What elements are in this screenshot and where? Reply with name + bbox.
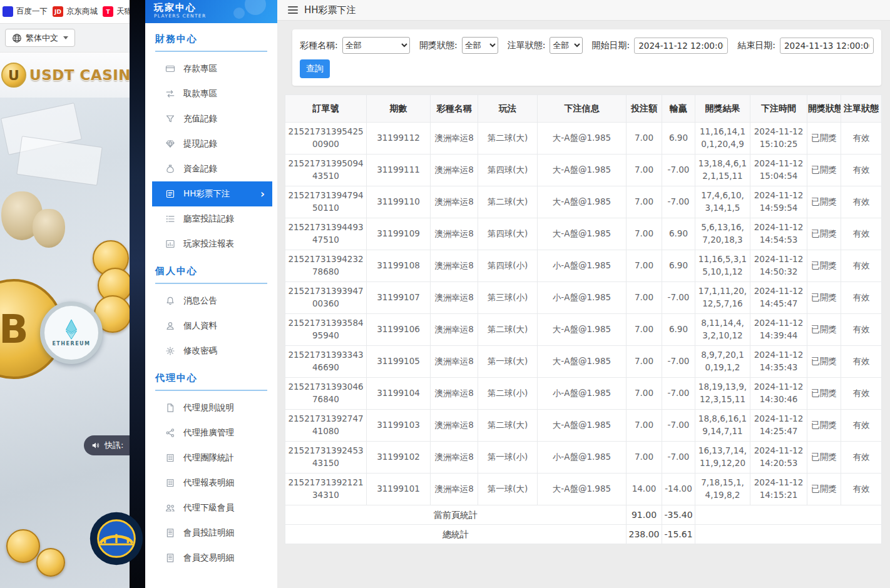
sidebar-item[interactable]: 個人資料 — [145, 313, 277, 338]
summary-row: 當前頁統計91.00-35.40 — [285, 505, 882, 525]
site-logo[interactable]: U USDT CASINO — [0, 53, 130, 98]
sidebar-item[interactable]: 資金記錄 — [145, 156, 277, 181]
chevron-right-icon: › — [260, 189, 265, 200]
cell-3: 第一球(小) — [478, 442, 538, 474]
member-bets-icon — [165, 528, 175, 538]
profile-icon — [165, 321, 175, 331]
cell-0: 2152173139334346690 — [285, 346, 367, 378]
column-header: 期數 — [367, 95, 431, 123]
query-button[interactable]: 查詢 — [300, 59, 330, 78]
cell-9: 已開獎 — [807, 410, 841, 442]
sidebar-item-label: 取款專區 — [183, 88, 217, 99]
sidebar-item[interactable]: 代理推廣管理 — [145, 420, 277, 445]
sidebar-item-label: 代理報表明細 — [183, 477, 234, 489]
draw-status-select[interactable]: 全部 — [462, 37, 498, 54]
sidebar-item[interactable]: 代理報表明細 — [145, 470, 277, 495]
cell-1: 31199103 — [367, 410, 431, 442]
cell-2: 澳洲幸运8 — [431, 186, 478, 218]
cell-2: 澳洲幸运8 — [431, 378, 478, 410]
cell-0: 2152173139304676840 — [285, 378, 367, 410]
sidebar-subtitle: PLAYERS CENTER — [154, 13, 277, 19]
cell-0: 2152173139358495940 — [285, 314, 367, 346]
cell-2: 澳洲幸运8 — [431, 442, 478, 474]
sidebar-item[interactable]: 會員交易明細 — [145, 545, 277, 570]
end-date-input[interactable] — [780, 38, 874, 54]
table-header-row: 訂單號期數彩種名稱玩法下注信息投注額輸贏開獎結果下注時間開獎狀態注單狀態 — [285, 95, 882, 123]
cell-4: 小-A盤@1.985 — [538, 282, 627, 314]
sidebar-section-title: 代理中心 — [155, 372, 267, 391]
screen: B ETHEREUM 快訊: 百度一下JD京东商城T天猫 — [0, 0, 890, 588]
sidebar-item[interactable]: 代理團隊統計 — [145, 445, 277, 470]
baidu-icon — [3, 6, 13, 17]
bookmark-label: 京东商城 — [66, 6, 98, 17]
cell-9: 已開獎 — [807, 155, 841, 186]
column-header: 下注時間 — [750, 95, 807, 123]
bookmark-item[interactable]: 百度一下 — [3, 6, 48, 17]
browser-left-panel: B ETHEREUM 快訊: 百度一下JD京东商城T天猫 — [0, 0, 130, 588]
sidebar-item[interactable]: 修改密碼 — [145, 338, 277, 363]
sidebar-item[interactable]: 取款專區 — [145, 81, 277, 106]
sidebar-item[interactable]: 充值記錄 — [145, 106, 277, 131]
bets-table-card: 訂單號期數彩種名稱玩法下注信息投注額輸贏開獎結果下注時間開獎狀態注單狀態2152… — [285, 94, 881, 544]
column-header: 彩種名稱 — [431, 95, 478, 123]
cell-8: 2024-11-12 14:39:44 — [750, 314, 807, 346]
cell-2: 澳洲幸运8 — [431, 282, 478, 314]
sidebar-item[interactable]: 廳室投註記錄 — [145, 206, 277, 231]
cell-6: 6.90 — [662, 314, 695, 346]
cell-1: 31199107 — [367, 282, 431, 314]
cell-3: 第三球(小) — [478, 282, 538, 314]
filter-panel: 彩種名稱: 全部 開獎狀態: 全部 注單狀態: 全部 開始日期: 結束日期: 查… — [292, 29, 881, 86]
cell-8: 2024-11-12 14:54:53 — [750, 218, 807, 250]
start-date-input[interactable] — [634, 38, 728, 54]
cell-1: 31199111 — [367, 155, 431, 186]
cell-0: 2152173139212134310 — [285, 474, 367, 505]
sidebar-menu: 財務中心存款專區取款專區充值記錄提現記錄資金記錄HH彩票下注›廳室投註記錄玩家投… — [145, 23, 277, 572]
cell-10: 有效 — [841, 346, 882, 378]
gold-coin-art — [6, 529, 40, 563]
cell-2: 澳洲幸运8 — [431, 123, 478, 155]
cell-7: 17,4,6,10,3,14,1,5 — [695, 186, 750, 218]
sidebar-item[interactable]: 代理下級會員 — [145, 495, 277, 520]
sidebar-section-items: 消息公告個人資料修改密碼 — [145, 284, 277, 365]
sidebar-item-label: 廳室投註記錄 — [183, 213, 234, 225]
bookmark-item[interactable]: T天猫 — [103, 6, 130, 17]
withdraw-icon — [165, 89, 175, 99]
money-bag-art — [33, 209, 65, 248]
column-header: 開獎結果 — [695, 95, 750, 123]
cell-8: 2024-11-12 15:10:25 — [750, 123, 807, 155]
sidebar-item-label: 代理規則說明 — [183, 402, 234, 413]
sidebar-item[interactable]: 存款專區 — [145, 56, 277, 81]
sidebar-item[interactable]: 消息公告 — [145, 288, 277, 313]
sidebar-item-label: 代理推廣管理 — [183, 427, 234, 438]
sidebar-item[interactable]: 玩家投注報表 — [145, 231, 277, 256]
sidebar-item[interactable]: 代理規則說明 — [145, 395, 277, 420]
cell-4: 大-A盤@1.985 — [538, 155, 627, 186]
table-row: 215217313942327868031199108澳洲幸运8第四球(小)小-… — [285, 250, 882, 282]
menu-toggle-icon[interactable] — [288, 6, 298, 14]
cell-8: 2024-11-12 14:45:47 — [750, 282, 807, 314]
order-status-select[interactable]: 全部 — [550, 37, 582, 54]
cell-9: 已開獎 — [807, 218, 841, 250]
sidebar-item[interactable]: 提現記錄 — [145, 131, 277, 156]
cell-0: 2152173139245343150 — [285, 442, 367, 474]
summary-bet-total: 91.00 — [627, 505, 662, 525]
table-row: 215217313935849594031199106澳洲幸运8第二球(大)大-… — [285, 314, 882, 346]
sidebar-item[interactable]: HH彩票下注› — [152, 181, 272, 206]
sidebar-item[interactable]: 會員投註明細 — [145, 520, 277, 545]
cell-8: 2024-11-12 14:15:21 — [750, 474, 807, 505]
bookmark-item[interactable]: JD京东商城 — [53, 6, 98, 17]
cell-10: 有效 — [841, 123, 882, 155]
lottery-select[interactable]: 全部 — [342, 37, 410, 54]
team-stats-icon — [165, 453, 175, 463]
cell-5: 14.00 — [627, 474, 662, 505]
summary-label: 當前頁統計 — [285, 505, 627, 525]
column-header: 投注額 — [627, 95, 662, 123]
sidebar-item-label: 消息公告 — [183, 295, 217, 307]
language-selector[interactable]: 繁体中文 — [5, 29, 75, 47]
cell-3: 第二球(大) — [478, 123, 538, 155]
cell-6: -7.00 — [662, 410, 695, 442]
funds-record-icon — [165, 164, 175, 174]
cell-1: 31199101 — [367, 474, 431, 505]
cell-5: 7.00 — [627, 442, 662, 474]
cell-7: 17,1,11,20,12,5,7,16 — [695, 282, 750, 314]
